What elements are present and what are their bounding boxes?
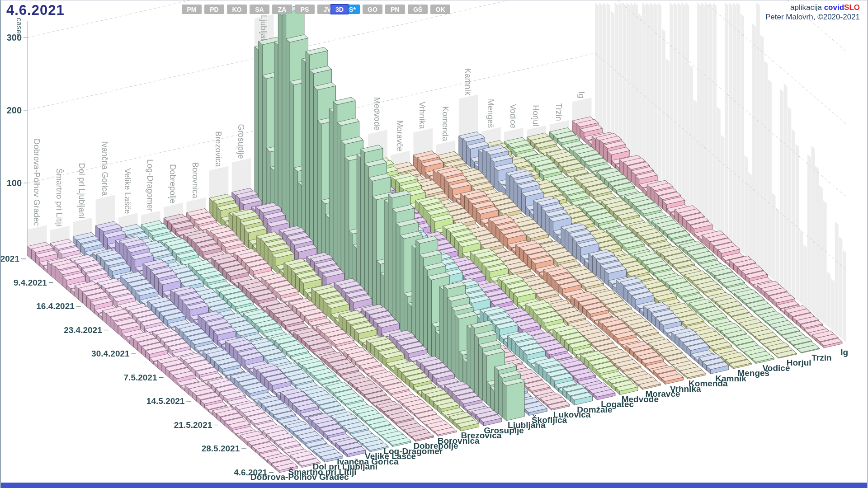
region-button-pm[interactable]: PM [182,5,202,14]
author-copyright: Peter Malovrh, ©2020-2021 [765,12,860,22]
region-button-ps[interactable]: PS [295,5,315,14]
view-3d-button[interactable]: 3D [330,4,349,14]
brand-covid: covid [824,3,844,12]
current-date-label: 4.6.2021 [6,2,65,19]
region-button-pd[interactable]: PD [204,5,224,14]
region-button-ko[interactable]: KO [227,5,247,14]
region-button-go[interactable]: GO [363,5,382,14]
region-button-za[interactable]: ZA [272,5,292,14]
app-credits: aplikacija covidSLO Peter Malovrh, ©2020… [765,3,860,22]
region-button-gs[interactable]: GŠ [408,5,428,14]
chart-3d-canvas[interactable] [1,0,868,488]
bottom-blue-strip [1,483,867,488]
bottom-divider-line [1,480,867,480]
region-button-pn[interactable]: PN [385,5,405,14]
region-toolbar: PM PD KO SA ZA PS JV OS* GO PN GŠ OK [182,5,450,14]
region-button-ok[interactable]: OK [430,5,450,14]
region-button-sa[interactable]: SA [250,5,269,14]
credits-prefix: aplikacija [790,3,822,12]
brand-slo: SLO [844,3,860,12]
covidslo-app-window: 4.6.2021 PM PD KO SA ZA PS JV OS* GO PN … [0,0,868,488]
